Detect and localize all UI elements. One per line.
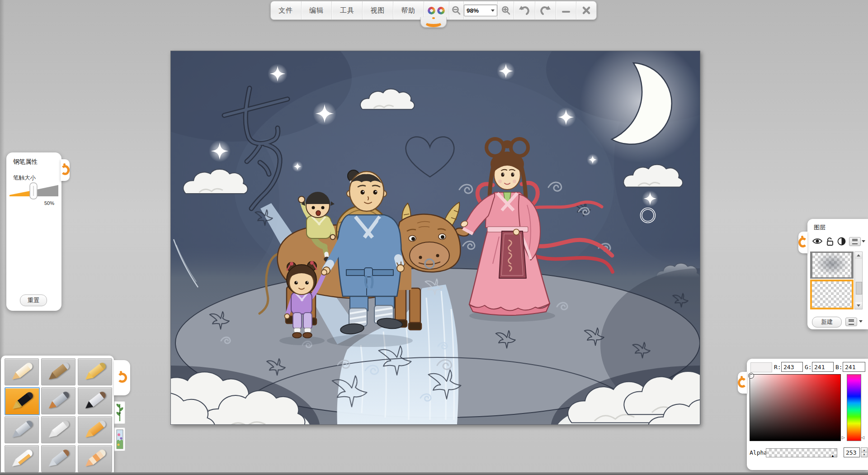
hue-strip[interactable] bbox=[847, 374, 861, 441]
sv-marker[interactable] bbox=[748, 373, 754, 379]
plant-stamp-button[interactable] bbox=[114, 401, 126, 424]
alpha-input[interactable] bbox=[844, 447, 860, 457]
menu-edit-label: 编辑 bbox=[309, 6, 324, 15]
fountain-pen-icon bbox=[10, 391, 34, 412]
visibility-eye-icon[interactable] bbox=[812, 237, 823, 245]
zoom-out-button[interactable] bbox=[449, 1, 464, 19]
tool-crayon[interactable] bbox=[78, 358, 112, 385]
window-bottom-edge bbox=[0, 472, 868, 475]
red-input[interactable] bbox=[781, 362, 803, 372]
scroll-down-button[interactable] bbox=[855, 302, 862, 309]
scrollbar-thumb[interactable] bbox=[856, 282, 862, 294]
new-layer-button[interactable]: 新建 bbox=[812, 317, 842, 328]
color-picker-panel: R: G: B: ▷ ◁ Alpha ▲ ▲ ▼ bbox=[747, 359, 868, 470]
layers-panel-title: 图层 bbox=[814, 223, 826, 232]
menu-lines-icon bbox=[849, 319, 854, 325]
zoom-level-value: 98% bbox=[467, 7, 479, 14]
current-color-swatch bbox=[750, 362, 772, 372]
undo-button[interactable] bbox=[514, 1, 535, 19]
logo-smile-icon bbox=[798, 238, 807, 247]
logo-text: 乐画 bbox=[436, 10, 437, 11]
layer-paint-thumbnail-active[interactable] bbox=[810, 280, 854, 309]
layer-list-menu-button[interactable] bbox=[845, 318, 857, 326]
menu-tools[interactable]: 工具 bbox=[332, 1, 363, 19]
tool-palette-collapse-tab[interactable] bbox=[114, 360, 130, 395]
close-icon bbox=[582, 6, 591, 15]
opacity-halfcircle-icon[interactable] bbox=[837, 237, 846, 246]
saturation-value-square[interactable] bbox=[750, 374, 841, 441]
pencil-icon bbox=[9, 361, 33, 382]
close-button[interactable] bbox=[576, 1, 596, 19]
chevron-down-icon[interactable] bbox=[862, 240, 865, 242]
paint-jar-icon bbox=[9, 448, 33, 469]
undo-arrow-icon bbox=[519, 5, 530, 16]
triangle-down-icon bbox=[857, 304, 860, 307]
tool-palette-knife[interactable] bbox=[41, 445, 75, 472]
tool-fountain-pen[interactable] bbox=[5, 387, 40, 415]
menu-view[interactable]: 视图 bbox=[363, 1, 393, 19]
minimize-button[interactable] bbox=[556, 1, 576, 19]
drawing-canvas[interactable]: 七夕 bbox=[170, 51, 700, 425]
tool-palette bbox=[1, 356, 114, 475]
layer-sketch-content bbox=[812, 253, 851, 277]
zoom-level-box[interactable]: 98% bbox=[464, 5, 497, 16]
picture-stamp-icon bbox=[116, 429, 123, 449]
green-input[interactable] bbox=[812, 362, 834, 372]
blue-input[interactable] bbox=[843, 362, 865, 372]
alpha-marker-icon[interactable]: ▲ bbox=[831, 454, 835, 458]
alpha-slider[interactable] bbox=[766, 448, 837, 457]
menu-help[interactable]: 帮助 bbox=[393, 1, 424, 19]
tool-airbrush[interactable] bbox=[5, 416, 39, 443]
ink-brush-icon bbox=[83, 390, 107, 411]
flat-brush-icon bbox=[46, 390, 70, 411]
pen-panel-collapse-tab[interactable] bbox=[61, 159, 70, 181]
app-logo: 乐画 bbox=[424, 1, 449, 19]
menu-file[interactable]: 文件 bbox=[271, 1, 302, 19]
zoom-in-button[interactable] bbox=[498, 1, 514, 19]
paint-bottle-icon bbox=[46, 419, 70, 440]
triangle-up-icon bbox=[857, 254, 860, 256]
tool-paint-jar[interactable] bbox=[5, 445, 39, 472]
wood-pen-icon bbox=[46, 361, 70, 382]
tool-paint-roller[interactable] bbox=[78, 416, 112, 443]
tool-wood-pen[interactable] bbox=[41, 358, 75, 385]
menu-view-label: 视图 bbox=[371, 6, 385, 15]
picture-stamp-button[interactable] bbox=[114, 427, 126, 451]
brush-size-label: 笔触大小 bbox=[13, 174, 36, 182]
hue-marker-right-icon[interactable]: ◁ bbox=[861, 435, 864, 440]
layer-menu-button[interactable] bbox=[849, 237, 861, 246]
layers-scrollbar[interactable] bbox=[854, 252, 863, 309]
tool-eraser[interactable] bbox=[78, 445, 112, 472]
tool-flat-brush[interactable] bbox=[41, 387, 75, 414]
layer-sketch-thumbnail[interactable] bbox=[810, 252, 854, 279]
tool-pencil[interactable] bbox=[5, 358, 39, 385]
eraser-icon bbox=[83, 448, 107, 469]
alpha-spin-down[interactable]: ▼ bbox=[861, 452, 868, 457]
color-panel-collapse-tab[interactable] bbox=[738, 372, 747, 394]
tool-ink-brush[interactable] bbox=[78, 387, 112, 414]
scroll-up-button[interactable] bbox=[855, 252, 862, 259]
zoom-level-select[interactable]: 98% bbox=[464, 1, 498, 19]
app-window: 文件 编辑 工具 视图 帮助 乐画 98% bbox=[0, 0, 868, 475]
hue-marker-left-icon[interactable]: ▷ bbox=[842, 435, 845, 440]
layers-panel-collapse-tab[interactable] bbox=[798, 232, 807, 253]
logo-smile-icon bbox=[425, 18, 443, 27]
blue-label: B: bbox=[835, 364, 843, 370]
chevron-down-icon[interactable] bbox=[859, 320, 863, 323]
green-label: G: bbox=[805, 364, 812, 370]
chevron-down-icon bbox=[491, 10, 495, 12]
redo-arrow-icon bbox=[539, 5, 551, 16]
brush-size-slider[interactable] bbox=[8, 181, 60, 200]
plant-stamp-icon bbox=[116, 403, 123, 422]
canvas-illustration: 七夕 bbox=[171, 51, 700, 424]
layers-panel: 图层 新建 bbox=[807, 219, 868, 329]
logo-smile-icon bbox=[117, 373, 127, 383]
menu-edit[interactable]: 编辑 bbox=[302, 1, 332, 19]
reset-button[interactable]: 重置 bbox=[20, 294, 47, 306]
logo-smile-tab bbox=[420, 17, 447, 28]
tool-paint-bottle[interactable] bbox=[41, 416, 75, 443]
unlock-padlock-icon[interactable] bbox=[826, 237, 835, 246]
redo-button[interactable] bbox=[535, 1, 556, 19]
logo-glyph-icon bbox=[437, 7, 445, 14]
menu-tools-label: 工具 bbox=[340, 6, 354, 15]
